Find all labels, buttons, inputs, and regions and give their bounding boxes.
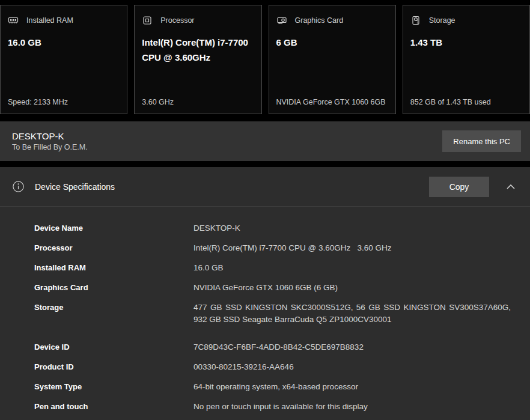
spec-value: No pen or touch input is available for t… bbox=[193, 401, 368, 413]
specs-table: Device Name DESKTOP-K Processor Intel(R)… bbox=[0, 207, 530, 420]
device-name-bar: DESKTOP-K To Be Filled By O.E.M. Rename … bbox=[0, 121, 530, 161]
card-header: Installed RAM bbox=[8, 15, 120, 26]
summary-cards: Installed RAM 16.0 GB Speed: 2133 MHz Pr… bbox=[0, 0, 530, 114]
spec-value: NVIDIA GeForce GTX 1060 6GB (6 GB) bbox=[193, 282, 338, 294]
spec-label: Device Name bbox=[34, 222, 193, 234]
device-bar-text: DESKTOP-K To Be Filled By O.E.M. bbox=[12, 131, 88, 151]
card-header: Storage bbox=[410, 15, 522, 26]
card-footer: 852 GB of 1.43 TB used bbox=[410, 98, 522, 106]
card-value: 16.0 GB bbox=[8, 35, 120, 50]
spec-value: 7C89D43C-F6BF-4ADD-8B42-C5DE697B8832 bbox=[193, 341, 364, 353]
spec-row-processor: Processor Intel(R) Core(TM) i7-7700 CPU … bbox=[34, 242, 511, 254]
storage-icon bbox=[410, 15, 421, 26]
spec-value: DESKTOP-K bbox=[193, 222, 240, 234]
card-graphics: Graphics Card 6 GB NVIDIA GeForce GTX 10… bbox=[269, 5, 396, 114]
card-label: Storage bbox=[429, 16, 455, 25]
spec-value: 16.0 GB bbox=[193, 262, 224, 274]
device-specifications-section: Device Specifications Copy Device Name D… bbox=[0, 167, 530, 420]
rename-pc-button[interactable]: Rename this PC bbox=[442, 130, 521, 152]
card-footer: NVIDIA GeForce GTX 1060 6GB bbox=[276, 98, 388, 106]
card-label: Installed RAM bbox=[26, 16, 73, 25]
spec-row-system-type: System Type 64-bit operating system, x64… bbox=[34, 381, 511, 393]
gpu-icon bbox=[276, 15, 287, 26]
cpu-icon bbox=[142, 15, 153, 26]
card-footer: Speed: 2133 MHz bbox=[8, 98, 120, 106]
specs-header: Device Specifications Copy bbox=[0, 167, 530, 207]
spec-label: Device ID bbox=[34, 341, 193, 353]
card-header: Graphics Card bbox=[276, 15, 388, 26]
spec-value: 64-bit operating system, x64-based proce… bbox=[193, 381, 358, 393]
spec-label: Processor bbox=[34, 242, 193, 254]
spec-label: Pen and touch bbox=[34, 401, 193, 413]
spec-row-graphics-card: Graphics Card NVIDIA GeForce GTX 1060 6G… bbox=[34, 282, 511, 294]
spec-label: Storage bbox=[34, 302, 193, 314]
spec-row-storage: Storage 477 GB SSD KINGSTON SKC3000S512G… bbox=[34, 302, 511, 326]
card-installed-ram: Installed RAM 16.0 GB Speed: 2133 MHz bbox=[0, 5, 127, 114]
spec-label: Product ID bbox=[34, 361, 193, 373]
card-processor: Processor Intel(R) Core(TM) i7-7700 CPU … bbox=[134, 5, 261, 114]
spec-row-product-id: Product ID 00330-80215-39216-AA646 bbox=[34, 361, 511, 373]
card-value: 1.43 TB bbox=[410, 35, 522, 50]
chevron-up-icon bbox=[506, 184, 516, 190]
copy-button[interactable]: Copy bbox=[429, 177, 489, 197]
spec-label: Installed RAM bbox=[34, 262, 193, 274]
card-label: Graphics Card bbox=[295, 16, 344, 25]
spec-value: Intel(R) Core(TM) i7-7700 CPU @ 3.60GHz … bbox=[193, 242, 392, 254]
spec-row-pen-and-touch: Pen and touch No pen or touch input is a… bbox=[34, 401, 511, 413]
spec-row-device-name: Device Name DESKTOP-K bbox=[34, 222, 511, 234]
spec-value: 477 GB SSD KINGSTON SKC3000S512G, 56 GB … bbox=[193, 302, 511, 326]
spec-label: System Type bbox=[34, 381, 193, 393]
card-value: 6 GB bbox=[276, 35, 388, 50]
spec-row-device-id: Device ID 7C89D43C-F6BF-4ADD-8B42-C5DE69… bbox=[34, 341, 511, 353]
card-value: Intel(R) Core(TM) i7-7700 CPU @ 3.60GHz bbox=[142, 35, 254, 65]
spec-row-installed-ram: Installed RAM 16.0 GB bbox=[34, 262, 511, 274]
spec-value: 00330-80215-39216-AA646 bbox=[193, 361, 294, 373]
card-header: Processor bbox=[142, 15, 254, 26]
ram-icon bbox=[8, 15, 19, 26]
card-label: Processor bbox=[160, 16, 194, 25]
card-storage: Storage 1.43 TB 852 GB of 1.43 TB used bbox=[403, 5, 530, 114]
device-name: DESKTOP-K bbox=[12, 131, 88, 141]
spec-label: Graphics Card bbox=[34, 282, 193, 294]
device-manufacturer: To Be Filled By O.E.M. bbox=[12, 143, 88, 151]
card-footer: 3.60 GHz bbox=[142, 98, 254, 106]
info-icon bbox=[12, 180, 25, 193]
collapse-button[interactable] bbox=[504, 181, 518, 192]
section-title: Device Specifications bbox=[35, 182, 115, 192]
